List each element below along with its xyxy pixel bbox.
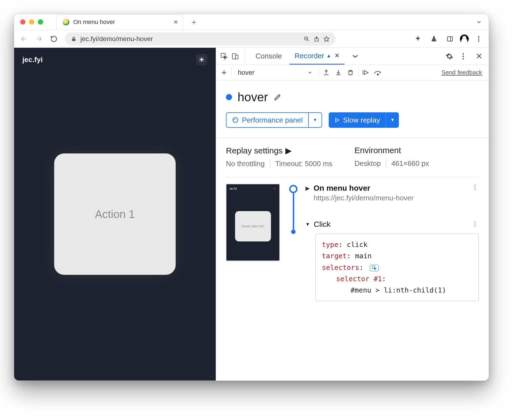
svg-point-14 [201,59,202,60]
svg-line-22 [203,58,204,58]
step-menu-icon[interactable]: ⋯ [471,221,479,228]
labs-icon[interactable] [428,33,440,45]
svg-line-4 [307,39,309,41]
step-menu-icon[interactable]: ⋯ [471,184,479,191]
share-icon[interactable] [314,36,320,42]
bookmark-icon[interactable] [323,36,330,42]
new-tab-button[interactable]: ＋ [188,17,199,28]
maximize-window-button[interactable] [38,19,43,25]
environment-heading: Environment [354,146,429,155]
selector-picker-icon[interactable] [370,265,379,271]
favicon-icon [63,19,69,25]
recording-selector[interactable]: hover [235,67,316,79]
step-click[interactable]: ▼ Click ⋯ [305,220,479,229]
tab-recorder[interactable]: Recorder ▲ ✕ [289,48,344,65]
send-feedback-link[interactable]: Send feedback [441,69,482,76]
svg-rect-25 [235,55,238,59]
svg-point-28 [462,58,464,59]
close-tab-icon[interactable]: ✕ [173,19,178,25]
step-url: https://jec.fyi/demo/menu-hover [314,194,414,202]
minimize-window-button[interactable] [29,19,34,25]
extensions-icon[interactable] [412,33,424,45]
svg-rect-2 [72,39,75,41]
viewport-value: 461×660 px [391,159,429,168]
replay-dropdown-icon[interactable]: ▼ [386,112,399,128]
svg-marker-37 [364,71,368,75]
performance-panel-button[interactable]: Performance panel ▼ [226,112,322,128]
traffic-lights [20,19,43,25]
site-pane: jec.fyi Action 1 [14,48,216,381]
beaker-icon: ▲ [326,53,331,59]
replay-button[interactable]: Slow replay ▼ [329,112,399,128]
devtools-tabs: Console Recorder ▲ ✕ ✕ [216,48,489,65]
recording-status-dot [226,94,232,100]
settings-icon[interactable] [445,52,454,60]
device-toolbar-icon[interactable] [231,52,239,60]
play-icon [334,117,340,123]
devtools-pane: Console Recorder ▲ ✕ ✕ hover [216,48,489,381]
browser-menu-icon[interactable] [473,33,485,45]
replay-settings-heading[interactable]: Replay settings ▶ [226,146,332,155]
edit-name-icon[interactable] [273,93,282,101]
step-title: On menu hover [314,184,414,193]
sun-icon [199,57,205,63]
caret-right-icon: ▶ [305,185,310,192]
svg-point-27 [462,55,464,57]
step-navigate[interactable]: ▶ On menu hover https://jec.fyi/demo/men… [305,184,479,202]
caret-right-icon: ▶ [285,146,292,155]
sidepanel-icon[interactable] [444,33,456,45]
reload-button[interactable] [48,33,60,45]
svg-point-38 [377,74,379,75]
svg-line-20 [203,61,204,62]
inspect-icon[interactable] [220,52,228,60]
timeout-value: Timeout: 5000 ms [275,160,332,168]
delete-icon[interactable] [346,68,355,77]
export-icon[interactable] [322,68,331,77]
svg-point-11 [478,36,480,37]
step-thumbnail[interactable]: jec.fyi Hover over me! [226,184,280,261]
profile-avatar[interactable] [460,34,469,43]
svg-point-26 [462,53,464,54]
caret-down-icon: ▼ [305,222,310,227]
perf-dropdown-icon[interactable]: ▼ [308,113,322,127]
new-recording-button[interactable] [219,68,229,77]
svg-line-19 [200,58,200,58]
import-icon[interactable] [334,68,343,77]
gauge-icon [232,117,239,123]
theme-toggle-button[interactable] [196,54,207,65]
browser-toolbar: jec.fyi/demo/menu-hover [14,30,489,48]
site-brand[interactable]: jec.fyi [22,55,43,64]
browser-tab[interactable]: On menu hover ✕ [56,14,183,30]
throttling-value: No throttling [226,160,265,168]
step-code: type: click target: main selectors: sele… [315,234,479,301]
forward-button[interactable] [33,33,45,45]
svg-marker-41 [336,118,339,122]
devtools-menu-icon[interactable] [459,52,467,60]
tab-console[interactable]: Console [251,48,287,65]
browser-window: On menu hover ✕ ＋ jec.fyi/demo/menu-hove… [14,14,489,381]
svg-rect-35 [349,71,352,75]
close-devtools-icon[interactable]: ✕ [476,51,483,61]
tabs-overflow-icon[interactable] [476,19,482,25]
back-button[interactable] [18,33,30,45]
step-over-icon[interactable] [373,68,383,77]
svg-line-21 [200,61,200,62]
step-play-icon[interactable] [361,68,370,77]
svg-line-40 [234,119,235,120]
address-bar[interactable]: jec.fyi/demo/menu-hover [65,32,336,46]
close-window-button[interactable] [20,19,25,25]
device-value: Desktop [354,159,381,168]
close-tab-icon[interactable]: ✕ [335,52,339,59]
svg-marker-8 [324,36,329,41]
recording-name: hover [238,90,268,104]
svg-rect-9 [447,37,452,41]
chevron-down-icon [307,70,312,75]
lock-icon [71,36,77,42]
split-body: jec.fyi Action 1 Console Recorder [14,48,489,381]
svg-point-13 [478,40,480,42]
zoom-icon[interactable] [304,36,310,42]
hover-card[interactable]: Action 1 [54,153,176,275]
thumb-brand: jec.fyi [230,187,237,190]
svg-point-12 [478,38,480,39]
more-tabs-icon[interactable] [351,52,359,60]
